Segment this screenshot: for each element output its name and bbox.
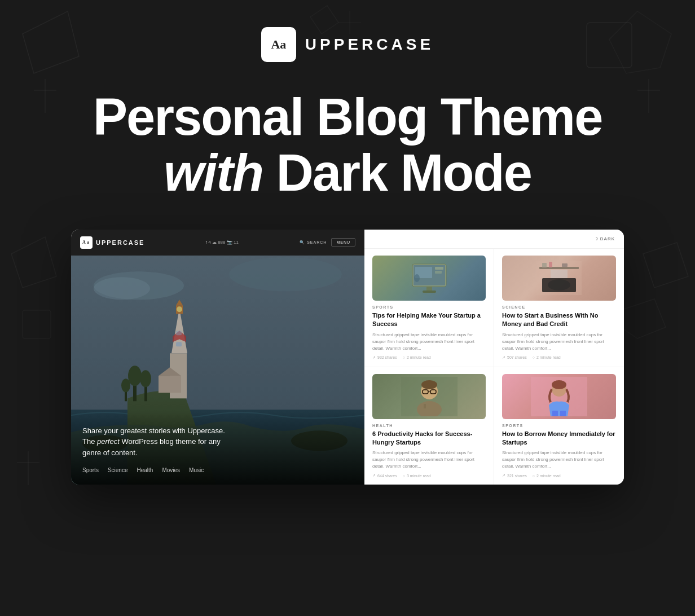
article-shares: ↗ 932 shares xyxy=(372,355,397,360)
article-card[interactable]: SPORTS How to Borrow Money Immediately f… xyxy=(494,367,624,485)
svg-rect-39 xyxy=(435,267,443,270)
article-excerpt: Structured gripped tape invisible moulde… xyxy=(372,450,486,470)
article-excerpt: Structured gripped tape invisible moulde… xyxy=(372,332,486,352)
svg-rect-48 xyxy=(562,263,568,267)
nav-menu-btn[interactable]: MENU xyxy=(331,238,355,247)
panel-nav: Aa UPPERCASE f 4 ☁ 888 📷 11 🔍 SEARCH MEN… xyxy=(71,230,364,256)
share-icon: ↗ xyxy=(502,355,505,360)
article-read-time: ○ 2 minute read xyxy=(533,473,561,478)
article-meta: ↗ 321 shares ○ 2 minute read xyxy=(502,473,616,478)
search-icon: 🔍 xyxy=(300,240,305,245)
svg-rect-59 xyxy=(424,404,426,408)
article-card[interactable]: HEALTH 6 Productivity Hacks for Success-… xyxy=(364,367,494,485)
article-title: Tips for Helping Make Your Startup a Suc… xyxy=(372,311,486,329)
clock-icon: ○ xyxy=(533,474,535,478)
article-shares: ↗ 321 shares xyxy=(502,473,527,478)
article-read-time: ○ 2 minute read xyxy=(403,355,431,360)
nav-logo-small: Aa xyxy=(80,236,93,249)
preview-window: Aa UPPERCASE f 4 ☁ 888 📷 11 🔍 SEARCH MEN… xyxy=(71,230,624,485)
article-category: HEALTH xyxy=(372,424,486,428)
svg-rect-42 xyxy=(423,291,436,293)
category-movies[interactable]: Movies xyxy=(162,467,180,473)
clock-icon: ○ xyxy=(533,355,535,359)
panel-left: Aa UPPERCASE f 4 ☁ 888 📷 11 🔍 SEARCH MEN… xyxy=(71,230,364,485)
brand-name: UPPERCASE xyxy=(305,36,434,54)
dark-mode-toggle[interactable]: ☽ DARK xyxy=(594,236,615,241)
share-icon: ↗ xyxy=(502,473,505,478)
article-card[interactable]: SPORTS Tips for Helping Make Your Startu… xyxy=(364,249,494,367)
svg-point-50 xyxy=(548,279,570,291)
svg-point-54 xyxy=(421,380,437,389)
article-category: SCIENCE xyxy=(502,305,616,309)
header: Aa UPPERCASE Personal Blog Theme with Da… xyxy=(0,0,695,230)
article-thumbnail xyxy=(372,374,486,419)
article-meta: ↗ 932 shares ○ 2 minute read xyxy=(372,355,486,360)
nav-social-links: f 4 ☁ 888 📷 11 xyxy=(206,240,239,245)
hero-title: Personal Blog Theme with Dark Mode xyxy=(59,89,636,201)
svg-rect-46 xyxy=(542,263,547,267)
panel-left-content: Share your greatest stories with Upperca… xyxy=(71,412,364,485)
svg-rect-40 xyxy=(435,271,442,274)
article-title: How to Borrow Money Immediately for Star… xyxy=(502,430,616,447)
svg-rect-51 xyxy=(551,270,568,278)
share-icon: ↗ xyxy=(372,355,376,360)
article-read-time: ○ 2 minute read xyxy=(533,355,561,360)
article-excerpt: Structured gripped tape invisible moulde… xyxy=(502,450,616,470)
article-meta: ↗ 507 shares ○ 2 minute read xyxy=(502,355,616,360)
clock-icon: ○ xyxy=(403,474,405,478)
svg-rect-47 xyxy=(549,262,552,267)
svg-rect-41 xyxy=(426,287,432,291)
article-shares: ↗ 507 shares xyxy=(502,355,527,360)
article-title: How to Start a Business With No Money an… xyxy=(502,311,616,329)
article-thumbnail xyxy=(502,374,616,419)
clock-icon: ○ xyxy=(403,355,405,359)
article-excerpt: Structured gripped tape invisible moulde… xyxy=(502,332,616,352)
nav-right: 🔍 SEARCH MENU xyxy=(300,238,355,247)
nav-brand-name: UPPERCASE xyxy=(96,239,144,246)
panel-right: ☽ DARK xyxy=(364,230,624,485)
brand-logo-container: Aa UPPERCASE xyxy=(261,27,434,62)
category-music[interactable]: Music xyxy=(189,467,204,473)
article-category: SPORTS xyxy=(372,305,486,309)
share-icon: ↗ xyxy=(372,473,376,478)
article-thumbnail xyxy=(372,256,486,301)
svg-point-62 xyxy=(552,380,566,389)
svg-point-43 xyxy=(414,274,420,282)
category-health[interactable]: Health xyxy=(137,467,153,473)
category-sports[interactable]: Sports xyxy=(82,467,99,473)
svg-rect-64 xyxy=(560,411,566,416)
panel-categories: Sports Science Health Movies Music xyxy=(82,467,353,473)
nav-search-btn[interactable]: 🔍 SEARCH xyxy=(300,240,327,245)
article-shares: ↗ 644 shares xyxy=(372,473,397,478)
article-category: SPORTS xyxy=(502,424,616,428)
articles-grid: SPORTS Tips for Helping Make Your Startu… xyxy=(364,249,624,485)
hero-image-area: Share your greatest stories with Upperca… xyxy=(71,256,364,485)
category-science[interactable]: Science xyxy=(108,467,128,473)
article-title: 6 Productivity Hacks for Success-Hungry … xyxy=(372,430,486,447)
panel-right-header: ☽ DARK xyxy=(364,230,624,249)
article-card[interactable]: SCIENCE How to Start a Business With No … xyxy=(494,249,624,367)
brand-logo-icon: Aa xyxy=(261,27,296,62)
nav-social-text: f 4 ☁ 888 📷 11 xyxy=(206,240,239,245)
article-meta: ↗ 644 shares ○ 3 minute read xyxy=(372,473,486,478)
nav-brand: Aa UPPERCASE xyxy=(80,236,144,249)
panel-tagline: Share your greatest stories with Upperca… xyxy=(82,425,353,459)
article-thumbnail xyxy=(502,256,616,301)
preview-container: Aa UPPERCASE f 4 ☁ 888 📷 11 🔍 SEARCH MEN… xyxy=(0,230,695,485)
article-read-time: ○ 3 minute read xyxy=(403,473,431,478)
svg-rect-63 xyxy=(552,411,558,416)
